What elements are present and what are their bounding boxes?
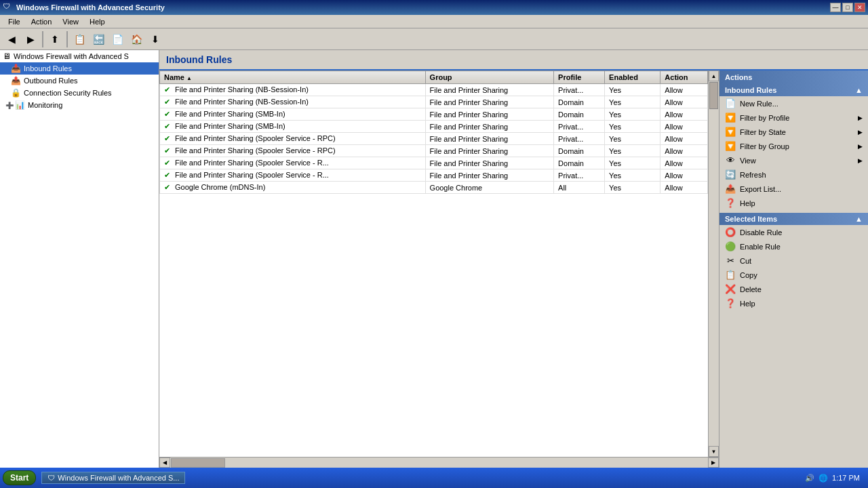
tree-root-label: Windows Firewall with Advanced S	[14, 52, 129, 60]
cell-name: ✔ File and Printer Sharing (SMB-In)	[160, 121, 426, 133]
rule-name: File and Printer Sharing (Spooler Servic…	[175, 159, 329, 167]
row-check-icon: ✔	[164, 98, 170, 106]
menu-help[interactable]: Help	[84, 16, 111, 27]
table-row[interactable]: ✔ File and Printer Sharing (Spooler Serv…	[160, 133, 708, 145]
network-icon: 🌐	[818, 474, 828, 483]
action-disable-rule[interactable]: ⭕ Disable Rule	[719, 225, 868, 239]
start-button[interactable]: Start	[3, 470, 36, 485]
disable-rule-label: Disable Rule	[740, 228, 782, 237]
outbound-icon: 📤	[11, 76, 21, 85]
up-button[interactable]: ⬆	[46, 30, 64, 48]
cell-name: ✔ File and Printer Sharing (Spooler Serv…	[160, 133, 426, 145]
properties-button[interactable]: 🔙	[90, 30, 107, 48]
tree-monitoring[interactable]: ➕ 📊 Monitoring	[0, 99, 159, 111]
row-check-icon: ✔	[164, 122, 170, 130]
cut-icon: ✂	[725, 256, 736, 266]
col-name[interactable]: Name ▲	[160, 71, 426, 84]
table-row[interactable]: ✔ Google Chrome (mDNS-In) Google Chrome …	[160, 182, 708, 194]
rules-table: Name ▲ Group Profile Enabled Action	[159, 70, 708, 194]
table-row[interactable]: ✔ File and Printer Sharing (Spooler Serv…	[160, 157, 708, 169]
section-selected-title: Selected Items	[725, 215, 777, 223]
toolbar-separator-1	[42, 31, 43, 47]
action-export-list[interactable]: 📤 Export List...	[719, 182, 868, 196]
table-row[interactable]: ✔ File and Printer Sharing (SMB-In) File…	[160, 121, 708, 133]
tree-inbound-rules[interactable]: 📥 Inbound Rules	[0, 62, 159, 75]
filter-state-arrow: ▶	[858, 129, 863, 136]
tree-root[interactable]: 🖥 Windows Firewall with Advanced S	[0, 50, 159, 62]
col-action[interactable]: Action	[660, 71, 708, 84]
col-group[interactable]: Group	[425, 71, 554, 84]
tree-connection-security[interactable]: 🔒 Connection Security Rules	[0, 87, 159, 99]
sort-arrow: ▲	[186, 75, 192, 81]
action-new-rule[interactable]: 📄 New Rule...	[719, 96, 868, 110]
forward-button[interactable]: ▶	[22, 30, 39, 48]
scroll-down-button[interactable]: ▼	[709, 446, 719, 457]
vertical-scrollbar[interactable]: ▲ ▼	[708, 70, 719, 457]
help-main-label: Help	[740, 199, 755, 207]
rule-name: File and Printer Sharing (SMB-In)	[175, 122, 285, 130]
scroll-up-button[interactable]: ▲	[709, 70, 719, 81]
taskbar-firewall-item[interactable]: 🛡 Windows Firewall with Advanced S...	[41, 472, 185, 484]
h-scroll-thumb[interactable]	[171, 458, 225, 468]
rule-name: File and Printer Sharing (Spooler Servic…	[175, 134, 336, 142]
action-refresh[interactable]: 🔄 Refresh	[719, 167, 868, 182]
action-filter-group[interactable]: 🔽 Filter by Group ▶	[719, 139, 868, 153]
table-row[interactable]: ✔ File and Printer Sharing (Spooler Serv…	[160, 145, 708, 157]
cut-label: Cut	[740, 257, 751, 265]
action-copy[interactable]: 📋 Copy	[719, 268, 868, 282]
action-view[interactable]: 👁 View ▶	[719, 153, 868, 167]
minimize-button[interactable]: —	[830, 3, 841, 12]
cell-action: Allow	[660, 108, 708, 121]
action-filter-state[interactable]: 🔽 Filter by State ▶	[719, 125, 868, 139]
table-row[interactable]: ✔ File and Printer Sharing (SMB-In) File…	[160, 108, 708, 121]
maximize-button[interactable]: □	[842, 3, 853, 12]
action-help-main[interactable]: ❓ Help	[719, 196, 868, 210]
h-scroll-track[interactable]	[170, 458, 708, 468]
back-button[interactable]: ◀	[3, 30, 20, 48]
col-profile[interactable]: Profile	[554, 71, 605, 84]
scroll-thumb[interactable]	[709, 82, 718, 109]
menu-action[interactable]: Action	[26, 16, 58, 27]
toolbar: ◀ ▶ ⬆ 📋 🔙 📄 🏠 ⬇	[0, 28, 868, 50]
enable-rule-label: Enable Rule	[740, 243, 781, 251]
copy-icon: 📋	[725, 270, 736, 280]
table-row[interactable]: ✔ File and Printer Sharing (NB-Session-I…	[160, 96, 708, 108]
actions-header: Actions	[719, 70, 868, 84]
enable-rule-icon: 🟢	[725, 241, 736, 251]
monitoring-icon: 📊	[15, 100, 25, 110]
scroll-track[interactable]	[709, 81, 719, 446]
cell-enabled: Yes	[605, 157, 660, 169]
row-check-icon: ✔	[164, 85, 170, 94]
cell-action: Allow	[660, 145, 708, 157]
scroll-left-button[interactable]: ◀	[159, 458, 170, 468]
cell-action: Allow	[660, 182, 708, 194]
col-enabled[interactable]: Enabled	[605, 71, 660, 84]
action-enable-rule[interactable]: 🟢 Enable Rule	[719, 239, 868, 253]
cell-group: File and Printer Sharing	[425, 96, 554, 108]
collapse-inbound-icon[interactable]: ▲	[855, 86, 863, 94]
table-row[interactable]: ✔ File and Printer Sharing (NB-Session-I…	[160, 84, 708, 96]
action-help-selected[interactable]: ❓ Help	[719, 296, 868, 310]
scroll-right-button[interactable]: ▶	[708, 458, 719, 468]
home-button[interactable]: 🏠	[127, 30, 145, 48]
menu-view[interactable]: View	[57, 16, 84, 27]
tree-outbound-rules[interactable]: 📤 Outbound Rules	[0, 75, 159, 87]
start-label: Start	[10, 473, 28, 483]
show-hide-button[interactable]: 📋	[71, 30, 88, 48]
tree-monitoring-label: Monitoring	[28, 101, 62, 109]
action-filter-profile[interactable]: 🔽 Filter by Profile ▶	[719, 110, 868, 125]
table-row[interactable]: ✔ File and Printer Sharing (Spooler Serv…	[160, 169, 708, 182]
filter-group-icon: 🔽	[725, 141, 736, 151]
sound-icon: 🔊	[805, 474, 814, 483]
menu-file[interactable]: File	[3, 16, 26, 27]
action-cut[interactable]: ✂ Cut	[719, 253, 868, 268]
horizontal-scrollbar[interactable]: ◀ ▶	[159, 457, 719, 468]
close-button[interactable]: ✕	[854, 3, 865, 12]
action-delete[interactable]: ❌ Delete	[719, 282, 868, 296]
cell-enabled: Yes	[605, 182, 660, 194]
cell-profile: Privat...	[554, 84, 605, 96]
collapse-selected-icon[interactable]: ▲	[855, 215, 863, 223]
filter-profile-icon: 🔽	[725, 113, 736, 123]
new-window-button[interactable]: 📄	[108, 30, 126, 48]
export-button[interactable]: ⬇	[146, 30, 164, 48]
